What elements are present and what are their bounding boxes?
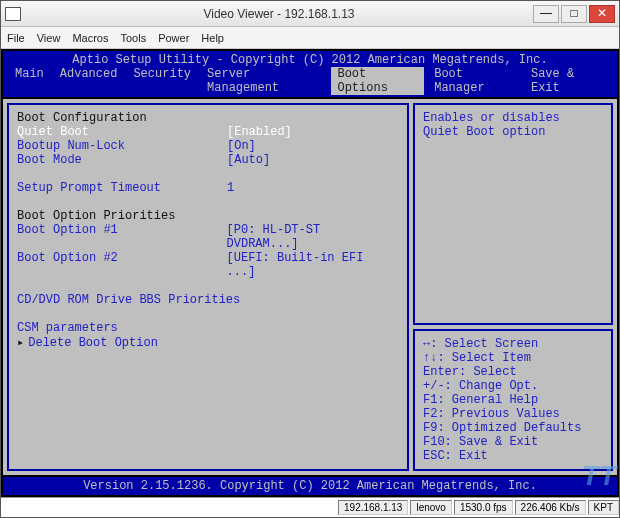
- legend-0: ↔: Select Screen: [423, 337, 603, 351]
- status-kbps: 226.406 Kb/s: [515, 500, 586, 515]
- row-csm[interactable]: CSM parameters: [17, 321, 399, 335]
- close-button[interactable]: ✕: [589, 5, 615, 23]
- minimize-button[interactable]: —: [533, 5, 559, 23]
- legend-3: +/-: Change Opt.: [423, 379, 603, 393]
- status-fps: 1530.0 fps: [454, 500, 513, 515]
- section-boot-config: Boot Configuration: [17, 111, 399, 125]
- row-timeout[interactable]: Setup Prompt Timeout 1: [17, 181, 399, 195]
- titlebar: Video Viewer - 192.168.1.13 — □ ✕: [1, 1, 619, 27]
- boot-mode-label: Boot Mode: [17, 153, 227, 167]
- tab-main[interactable]: Main: [9, 67, 50, 95]
- row-boot-opt2[interactable]: Boot Option #2 [UEFI: Built-in EFI ...]: [17, 251, 399, 279]
- bios-header: Aptio Setup Utility - Copyright (C) 2012…: [3, 51, 617, 67]
- tab-server-management[interactable]: Server Management: [201, 67, 327, 95]
- row-bbs[interactable]: CD/DVD ROM Drive BBS Priorities: [17, 293, 399, 307]
- status-kpt: KPT: [588, 500, 619, 515]
- maximize-button[interactable]: □: [561, 5, 587, 23]
- row-numlock[interactable]: Bootup Num-Lock [On]: [17, 139, 399, 153]
- quiet-boot-value: [Enabled]: [227, 125, 292, 139]
- timeout-value: 1: [227, 181, 234, 195]
- quiet-boot-label: Quiet Boot: [17, 125, 227, 139]
- menu-tools[interactable]: Tools: [120, 32, 146, 44]
- app-window: Video Viewer - 192.168.1.13 — □ ✕ File V…: [0, 0, 620, 518]
- boot-opt2-label: Boot Option #2: [17, 251, 227, 279]
- bios-screen: Aptio Setup Utility - Copyright (C) 2012…: [1, 49, 619, 497]
- delete-boot-option-label: Delete Boot Option: [28, 336, 158, 350]
- legend-6: F9: Optimized Defaults: [423, 421, 603, 435]
- legend-7: F10: Save & Exit: [423, 435, 603, 449]
- timeout-label: Setup Prompt Timeout: [17, 181, 227, 195]
- boot-opt1-label: Boot Option #1: [17, 223, 227, 251]
- statusbar: 192.168.1.13 lenovo 1530.0 fps 226.406 K…: [1, 497, 619, 517]
- row-boot-opt1[interactable]: Boot Option #1 [P0: HL-DT-ST DVDRAM...]: [17, 223, 399, 251]
- status-host: lenovo: [410, 500, 451, 515]
- menu-power[interactable]: Power: [158, 32, 189, 44]
- tab-advanced[interactable]: Advanced: [54, 67, 124, 95]
- triangle-icon: ▸: [17, 336, 24, 350]
- section-boot-priorities: Boot Option Priorities: [17, 209, 399, 223]
- help-text: Enables or disables Quiet Boot option: [423, 111, 603, 139]
- bios-right-pane: Enables or disables Quiet Boot option ↔:…: [413, 103, 613, 471]
- watermark: TT: [582, 460, 616, 492]
- menubar: File View Macros Tools Power Help: [1, 27, 619, 49]
- bios-body: Boot Configuration Quiet Boot [Enabled] …: [3, 97, 617, 475]
- tab-security[interactable]: Security: [127, 67, 197, 95]
- tab-boot-manager[interactable]: Boot Manager: [428, 67, 521, 95]
- row-boot-mode[interactable]: Boot Mode [Auto]: [17, 153, 399, 167]
- menu-file[interactable]: File: [7, 32, 25, 44]
- menu-help[interactable]: Help: [201, 32, 224, 44]
- window-title: Video Viewer - 192.168.1.13: [27, 7, 531, 21]
- numlock-value: [On]: [227, 139, 256, 153]
- legend-pane: ↔: Select Screen ↑↓: Select Item Enter: …: [413, 329, 613, 471]
- menu-view[interactable]: View: [37, 32, 61, 44]
- numlock-label: Bootup Num-Lock: [17, 139, 227, 153]
- tab-boot-options[interactable]: Boot Options: [331, 67, 424, 95]
- boot-opt2-value: [UEFI: Built-in EFI ...]: [227, 251, 399, 279]
- status-ip: 192.168.1.13: [338, 500, 408, 515]
- boot-opt1-value: [P0: HL-DT-ST DVDRAM...]: [227, 223, 399, 251]
- row-quiet-boot[interactable]: Quiet Boot [Enabled]: [17, 125, 399, 139]
- legend-1: ↑↓: Select Item: [423, 351, 603, 365]
- app-icon: [5, 7, 21, 21]
- boot-mode-value: [Auto]: [227, 153, 270, 167]
- bios-footer: Version 2.15.1236. Copyright (C) 2012 Am…: [3, 475, 617, 495]
- tab-save-exit[interactable]: Save & Exit: [525, 67, 611, 95]
- legend-2: Enter: Select: [423, 365, 603, 379]
- bios-left-pane: Boot Configuration Quiet Boot [Enabled] …: [7, 103, 409, 471]
- row-delete-boot-option[interactable]: ▸Delete Boot Option: [17, 335, 399, 350]
- legend-4: F1: General Help: [423, 393, 603, 407]
- bios-tabs: Main Advanced Security Server Management…: [3, 67, 617, 97]
- help-pane: Enables or disables Quiet Boot option: [413, 103, 613, 325]
- menu-macros[interactable]: Macros: [72, 32, 108, 44]
- legend-5: F2: Previous Values: [423, 407, 603, 421]
- legend-8: ESC: Exit: [423, 449, 603, 463]
